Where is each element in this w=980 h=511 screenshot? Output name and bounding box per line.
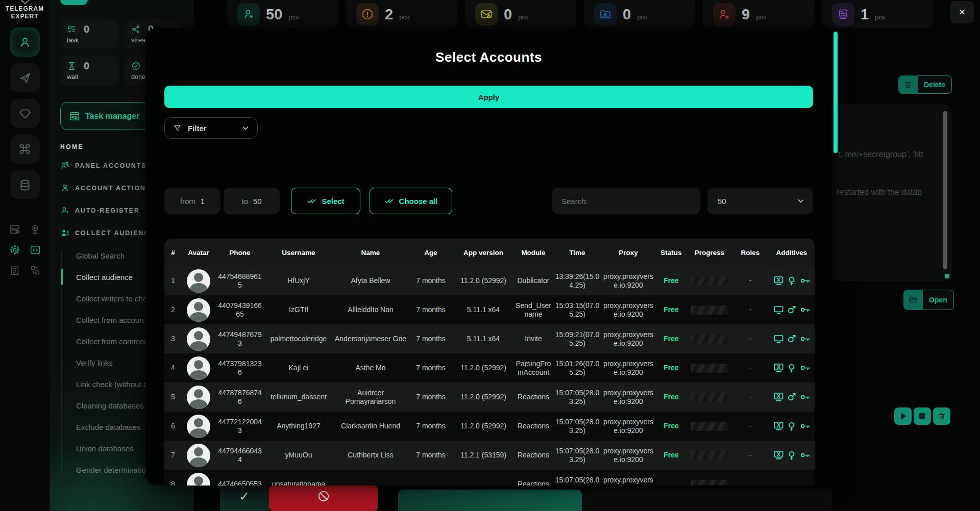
time-cell: 15:07:05(28.03.25)	[553, 418, 601, 435]
person-icon	[18, 36, 32, 49]
account-row[interactable]: 4 447379813236 KajLei Asthe Mo 7 months …	[164, 353, 815, 382]
stat-tile: 50 pcs	[227, 0, 338, 28]
avatar	[187, 415, 210, 438]
male-icon: ♂	[786, 391, 798, 403]
choose-all-button[interactable]: Choose all	[370, 188, 452, 214]
female-icon: ♀	[786, 362, 798, 374]
male-icon: ♂	[786, 304, 798, 316]
search-input[interactable]	[552, 188, 700, 214]
counter-tile: 0 wait	[60, 56, 117, 86]
account-row[interactable]: 5 447878768746 tellurium_dassent Auidrce…	[164, 382, 815, 412]
modal-scrollbar[interactable]	[834, 32, 838, 153]
page-size-select[interactable]: 50	[707, 188, 813, 214]
app-version-cell: 11.2.0 (52992)	[453, 422, 513, 430]
log-scrollbar[interactable]	[943, 111, 947, 269]
close-icon: ×	[959, 6, 966, 19]
counter-tile: 0 task	[60, 19, 117, 49]
log-textarea[interactable]: 't. me/+secretgroup', 'htt restarted wit…	[831, 105, 951, 280]
name-cell: Afyta Bellew	[333, 276, 408, 285]
phone-cell: 447878768746	[215, 389, 264, 406]
module-cell: Send_Username	[513, 301, 553, 319]
avatar	[187, 356, 210, 380]
rail-command-button[interactable]: ⌘	[10, 135, 40, 164]
key-icon	[799, 391, 811, 403]
monitor-x-icon	[773, 362, 785, 374]
apply-button[interactable]: Apply	[164, 86, 813, 108]
document-check-icon[interactable]	[9, 265, 20, 276]
funnel-icon	[173, 124, 182, 133]
column-header: Age	[408, 249, 453, 257]
username-cell: IzGTIf	[264, 305, 333, 314]
name-cell: Auidrcer Pomayrariarson	[333, 389, 408, 406]
module-cell: Invite	[513, 335, 553, 343]
roles-cell: -	[732, 451, 769, 459]
age-cell: 7 months	[408, 364, 453, 372]
account-row[interactable]: 6 447721220043 Anything1927 Clarksardin …	[164, 412, 815, 441]
column-header: Name	[333, 249, 408, 257]
female-icon: ♀	[786, 449, 798, 461]
close-button[interactable]: ×	[950, 1, 974, 23]
stat-tile: 0 pcs	[465, 0, 576, 28]
time-cell: 15:09:21(07.05.25)	[553, 330, 601, 348]
additives-cell: ♂	[769, 304, 815, 316]
select-button[interactable]: Select	[291, 188, 360, 214]
name-cell: Asthe Mo	[333, 364, 408, 372]
play-button[interactable]	[894, 407, 912, 425]
time-cell: 13:39:26(15.04.25)	[553, 272, 601, 290]
to-input[interactable]: to 50	[224, 188, 280, 214]
task-manager-icon	[69, 111, 80, 122]
filter-dropdown[interactable]: Filter	[164, 117, 258, 139]
phone-cell: 447494876793	[215, 330, 264, 348]
rail-database-button[interactable]	[10, 170, 40, 199]
folder-open-icon	[909, 295, 918, 304]
collapsed-pill-button[interactable]	[60, 0, 88, 5]
username-cell: Anything1927	[264, 422, 333, 430]
avatar	[187, 444, 210, 467]
delete-split-button[interactable]: Delete	[898, 75, 952, 94]
account-row[interactable]: 7 447944660434 yMuuOu Cuthbertx Liss 7 m…	[164, 441, 815, 470]
double-check-icon	[384, 196, 395, 206]
server-icon[interactable]	[9, 224, 20, 235]
rail-accounts-button[interactable]	[10, 28, 40, 57]
roles-cell: -	[732, 335, 769, 343]
delete-task-button[interactable]	[933, 407, 950, 425]
additives-cell: ♀	[769, 362, 815, 374]
confirm-button[interactable]: ✓	[220, 486, 269, 511]
rail-premium-button[interactable]	[10, 99, 40, 128]
account-row[interactable]: 3 447494876793 palmettocoleridge Anderso…	[164, 324, 815, 353]
progress-bar	[691, 480, 728, 486]
rail-send-button[interactable]	[10, 63, 40, 92]
app-version-cell: 11.2.1 (53159)	[453, 451, 513, 459]
task-action-buttons	[894, 407, 950, 425]
stop-button[interactable]	[914, 407, 931, 425]
deny-button[interactable]	[269, 486, 378, 511]
progress-bar	[691, 335, 728, 344]
prohibition-icon	[317, 490, 330, 503]
status-cell: Free	[655, 305, 687, 314]
webcam-icon[interactable]	[30, 224, 41, 235]
database-icon	[18, 178, 32, 192]
progress-bar	[691, 305, 728, 315]
trash-icon	[903, 80, 913, 89]
avatar	[187, 298, 210, 322]
gear-icon[interactable]	[9, 244, 20, 256]
key-icon	[799, 362, 811, 374]
avatar	[187, 386, 210, 409]
account-row[interactable]: 1 447546889615 HfUxjY Afyta Bellew 7 mon…	[164, 266, 815, 295]
status-cell: Free	[655, 393, 687, 401]
open-split-button[interactable]: Open	[903, 290, 954, 310]
account-row[interactable]: 8 44746650553 unsaturationama Reactions …	[164, 470, 815, 486]
column-header: App version	[453, 249, 513, 257]
female-icon: ♀	[786, 275, 798, 287]
status-cell: Free	[655, 451, 687, 459]
code-icon[interactable]	[30, 244, 41, 256]
name-cell: Clarksardin Huend	[333, 422, 408, 430]
resize-handle[interactable]	[945, 274, 949, 278]
time-cell: 15:07:05(28.03.25)	[553, 476, 601, 486]
from-input[interactable]: from 1	[164, 188, 220, 214]
proxy-cell: proxy.proxyverse.io:9200	[601, 272, 655, 290]
swap-icon[interactable]	[30, 265, 41, 276]
status-cell: Free	[655, 335, 687, 343]
account-row[interactable]: 2 4407943916665 IzGTIf Alllelddlto Nan 7…	[164, 295, 815, 324]
app-version-cell: 11.2.0 (52992)	[453, 364, 513, 372]
